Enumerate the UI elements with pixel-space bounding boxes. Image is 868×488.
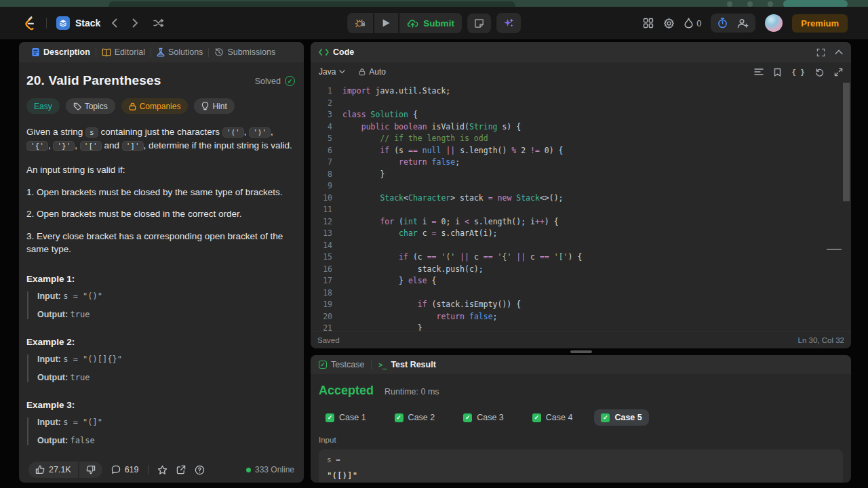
tab-solutions[interactable]: Solutions <box>151 47 208 57</box>
online-count: 333 Online <box>246 465 294 474</box>
reset-code-icon[interactable] <box>815 68 824 77</box>
code-line: 15 if (c == '(' || c == '{' || c == '[')… <box>311 251 851 264</box>
browser-icon[interactable] <box>727 1 732 7</box>
debug-button[interactable] <box>347 13 373 33</box>
right-column: Code Java <box>311 42 851 483</box>
case-4-chip[interactable]: ✓Case 4 <box>526 409 580 426</box>
star-icon <box>157 465 167 475</box>
browser-icon[interactable] <box>768 1 773 7</box>
autocomplete-toggle[interactable]: Auto <box>359 67 386 77</box>
premium-button[interactable]: Premium <box>792 14 848 33</box>
like-button[interactable]: 27.1K <box>28 462 78 478</box>
braces-icon[interactable]: { } <box>791 68 805 77</box>
collapse-panel-icon[interactable] <box>835 49 843 55</box>
code-line: 20 return false; <box>311 311 851 323</box>
companies-badge[interactable]: Companies <box>121 98 189 114</box>
tag-icon <box>73 102 81 110</box>
settings-gear-icon[interactable] <box>663 18 675 29</box>
panel-resize-handle[interactable] <box>570 350 592 353</box>
case-5-chip[interactable]: ✓Case 5 <box>594 409 648 426</box>
divider <box>371 361 372 369</box>
navbar: Stack <box>0 7 868 39</box>
divider <box>46 18 47 28</box>
tab-submissions[interactable]: Submissions <box>209 47 281 57</box>
session-chip <box>711 14 755 33</box>
prev-question-button[interactable] <box>107 18 121 28</box>
tab-testcase[interactable]: ✓ Testcase <box>319 360 364 369</box>
difficulty-badge[interactable]: Easy <box>26 98 60 114</box>
code-editor[interactable]: 1import java.util.Stack;23class Solution… <box>311 81 851 331</box>
tab-test-result[interactable]: >_ Test Result <box>378 360 436 369</box>
shuffle-icon[interactable] <box>149 18 168 28</box>
daily-streak[interactable]: 0 <box>684 18 701 28</box>
code-line: 19 if (stack.isEmpty()) { <box>311 299 851 311</box>
case-pass-icon: ✓ <box>601 413 610 422</box>
thumbs-up-icon <box>35 465 45 474</box>
layout-grid-icon[interactable] <box>643 18 654 28</box>
problem-list-button[interactable]: Stack <box>56 16 100 30</box>
code-line: 8 } <box>311 169 851 181</box>
fullscreen-icon[interactable] <box>816 48 825 57</box>
result-runtime: Runtime: 0 ms <box>384 387 439 396</box>
hint-badge[interactable]: Hint <box>194 98 234 114</box>
expand-editor-icon[interactable] <box>834 68 843 77</box>
browser-icon[interactable] <box>747 1 753 7</box>
cursor-position-marker <box>827 249 842 250</box>
solved-check-icon: ✓ <box>285 76 295 86</box>
case-3-chip[interactable]: ✓Case 3 <box>456 409 511 426</box>
code-line: 17 } else { <box>311 275 851 287</box>
help-button[interactable] <box>195 465 205 475</box>
bookmark-icon[interactable] <box>774 68 781 77</box>
editor-status-bar: Saved Ln 30, Col 32 <box>311 331 851 348</box>
problem-footer: 27.1K 619 <box>19 457 304 483</box>
code-line: 12 for (int i = 0; i < s.length(); i++) … <box>311 216 851 228</box>
rule-item: 2. Open brackets must be closed in the c… <box>26 207 295 221</box>
add-collaborator-icon[interactable] <box>737 18 749 28</box>
topics-badge[interactable]: Topics <box>66 98 115 114</box>
streak-count: 0 <box>696 18 701 28</box>
user-avatar[interactable] <box>765 14 783 32</box>
dislike-button[interactable] <box>78 462 102 478</box>
code-line: 16 stack.push(c); <box>311 264 851 276</box>
code-line: 2 <box>311 98 851 110</box>
example-1-label: Example 1: <box>26 274 295 284</box>
leetcode-logo[interactable] <box>22 15 37 31</box>
case-2-chip[interactable]: ✓Case 2 <box>388 409 442 426</box>
lock-icon <box>359 68 366 76</box>
code-line: 11 <box>311 204 851 216</box>
notes-button[interactable] <box>467 14 491 33</box>
code-panel-header: Code <box>311 42 851 62</box>
submit-label: Submit <box>423 18 454 28</box>
case-1-chip[interactable]: ✓Case 1 <box>319 409 373 426</box>
code-line: 18 <box>311 287 851 300</box>
tab-editorial[interactable]: Editorial <box>96 47 151 57</box>
scrollbar-thumb[interactable] <box>843 83 850 201</box>
workspace: Description Editorial Solutions <box>0 39 868 488</box>
share-button[interactable] <box>176 465 186 474</box>
example-2-label: Example 2: <box>26 337 295 347</box>
case-pass-icon: ✓ <box>326 413 334 422</box>
editor-scrollbar[interactable] <box>843 83 850 329</box>
next-question-button[interactable] <box>128 18 142 28</box>
case-pass-icon: ✓ <box>532 413 541 422</box>
code-line: 21 } <box>311 323 851 331</box>
cloud-upload-icon <box>407 18 418 28</box>
tab-description[interactable]: Description <box>26 47 96 57</box>
code-line: 3class Solution { <box>311 109 851 121</box>
ai-assistant-button[interactable] <box>496 13 521 33</box>
submit-button[interactable]: Submit <box>398 13 462 33</box>
example-1-box: Input: s = "()" Output: true <box>27 291 295 319</box>
language-selector[interactable]: Java <box>319 67 345 77</box>
input-value-box[interactable]: s = "([)]" <box>319 449 843 483</box>
code-line: 10 Stack<Character> stack = new Stack<>(… <box>311 192 851 205</box>
description-panel: Description Editorial Solutions <box>19 42 304 483</box>
rule-item: 3. Every close bracket has a correspondi… <box>26 230 295 256</box>
param-value: "([)]" <box>327 470 835 481</box>
timer-icon[interactable] <box>717 18 728 28</box>
run-button[interactable] <box>373 13 398 33</box>
comments-button[interactable]: 619 <box>111 465 139 474</box>
code-line: 5 // if the length is odd <box>311 133 851 145</box>
problem-content: 20. Valid Parentheses Solved ✓ Easy Topi… <box>19 62 304 457</box>
favorite-button[interactable] <box>157 465 167 475</box>
format-code-icon[interactable] <box>754 68 764 76</box>
